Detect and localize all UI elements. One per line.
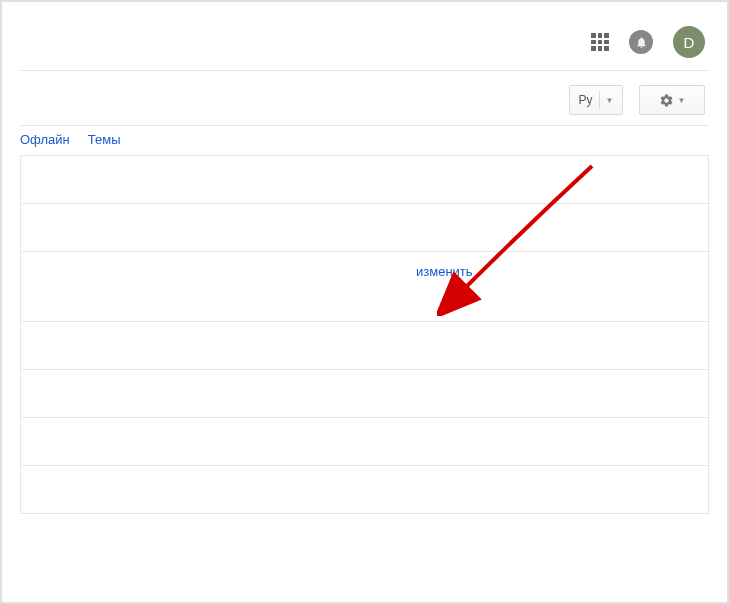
settings-row — [21, 370, 708, 418]
gear-icon — [659, 93, 674, 108]
toolbar: Ру ▼ ▼ — [20, 70, 709, 125]
settings-row — [21, 204, 708, 252]
bell-icon — [635, 36, 648, 49]
settings-button[interactable]: ▼ — [639, 85, 705, 115]
tab-offline[interactable]: Офлайн — [20, 132, 70, 147]
avatar-initial: D — [684, 34, 695, 51]
tabs-bar: Офлайн Темы — [20, 125, 709, 155]
caret-down-icon: ▼ — [599, 91, 614, 109]
settings-row — [21, 322, 708, 370]
settings-content: изменить — [20, 155, 709, 514]
settings-row — [21, 156, 708, 204]
caret-down-icon: ▼ — [678, 96, 686, 105]
settings-row — [21, 418, 708, 466]
header: D — [20, 20, 709, 70]
language-label: Ру — [579, 93, 593, 107]
settings-row — [21, 466, 708, 514]
avatar[interactable]: D — [673, 26, 705, 58]
notifications-button[interactable] — [629, 30, 653, 54]
tab-themes[interactable]: Темы — [88, 132, 121, 147]
settings-row: изменить — [21, 252, 708, 322]
edit-link[interactable]: изменить — [416, 264, 473, 279]
language-button[interactable]: Ру ▼ — [569, 85, 623, 115]
apps-grid-icon[interactable] — [591, 33, 609, 51]
